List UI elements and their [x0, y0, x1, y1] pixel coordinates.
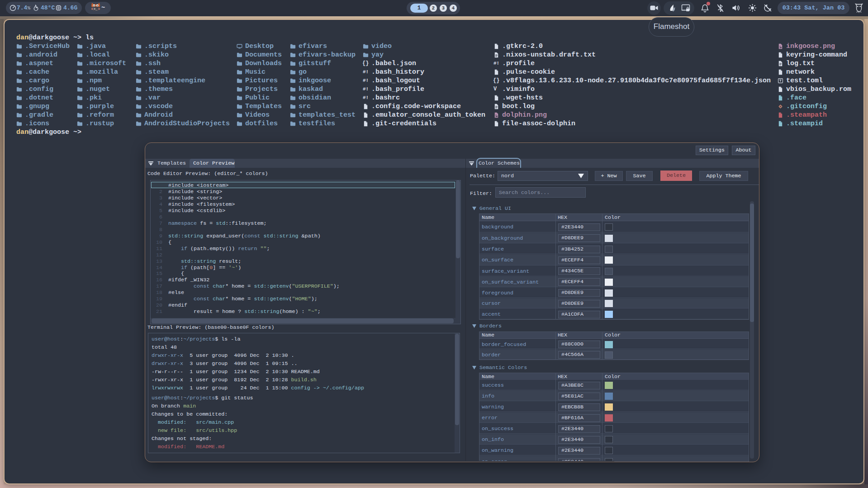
svg-text:>_: >_: [94, 7, 98, 11]
